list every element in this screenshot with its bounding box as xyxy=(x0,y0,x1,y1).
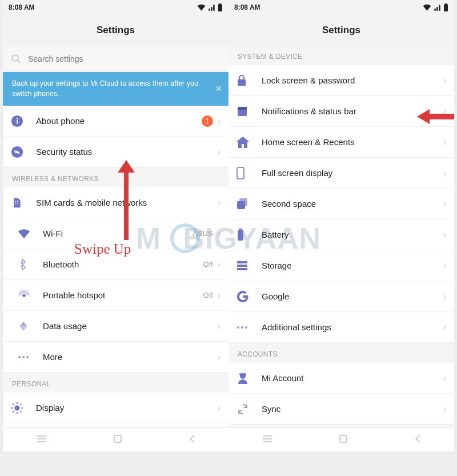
svg-rect-8 xyxy=(15,203,17,204)
mi-account-item[interactable]: Mi Account › xyxy=(228,363,454,394)
nav-bar xyxy=(3,427,228,451)
signal-icon xyxy=(208,4,215,11)
google-item[interactable]: Google › xyxy=(228,281,454,312)
nav-home-icon[interactable] xyxy=(113,434,122,446)
full-screen-item[interactable]: Full screen display › xyxy=(228,158,454,189)
chevron-right-icon: › xyxy=(218,116,221,126)
chevron-right-icon: › xyxy=(218,198,221,208)
more-item[interactable]: More › xyxy=(3,342,228,373)
svg-rect-28 xyxy=(238,79,246,86)
chevron-right-icon: › xyxy=(443,404,446,414)
close-icon[interactable]: × xyxy=(215,82,222,96)
nav-menu-icon[interactable] xyxy=(262,435,273,445)
wifi-icon xyxy=(423,4,431,11)
settings-scroll[interactable]: SYSTEM & DEVICE Lock screen & password ›… xyxy=(228,46,454,451)
additional-settings-item[interactable]: Additional settings › xyxy=(228,312,454,343)
display-item[interactable]: Display › xyxy=(3,393,228,423)
item-label: Notifications & status bar xyxy=(262,106,443,116)
sync-item[interactable]: Sync › xyxy=(228,394,454,425)
lock-screen-item[interactable]: Lock screen & password › xyxy=(228,65,454,96)
chevron-right-icon: › xyxy=(218,290,221,301)
chevron-right-icon: › xyxy=(218,352,221,362)
svg-point-40 xyxy=(241,326,243,329)
battery-icon xyxy=(443,3,448,11)
wifi-icon xyxy=(18,229,43,239)
data-usage-icon xyxy=(18,321,43,332)
wifi-icon xyxy=(197,4,206,11)
more-icon xyxy=(18,355,43,359)
chevron-right-icon: › xyxy=(443,137,446,147)
status-bar: 8:08 AM xyxy=(3,0,228,15)
item-label: Full screen display xyxy=(262,168,443,178)
svg-point-43 xyxy=(239,373,242,375)
google-icon xyxy=(236,290,262,303)
nav-back-icon[interactable] xyxy=(189,434,195,446)
svg-line-22 xyxy=(21,403,22,405)
status-icons xyxy=(423,3,448,11)
chevron-right-icon: › xyxy=(218,229,221,239)
display-icon xyxy=(11,402,36,414)
item-label: Mi Account xyxy=(262,373,443,383)
svg-line-21 xyxy=(13,411,14,412)
item-label: More xyxy=(43,352,218,362)
notification-bar-icon xyxy=(236,106,262,117)
item-label: Portable hotspot xyxy=(43,290,203,300)
svg-rect-38 xyxy=(237,268,247,270)
more-icon xyxy=(236,326,262,329)
svg-rect-30 xyxy=(238,107,247,110)
svg-point-14 xyxy=(14,405,19,410)
svg-rect-48 xyxy=(340,435,347,442)
svg-rect-36 xyxy=(237,261,247,263)
data-usage-item[interactable]: Data usage › xyxy=(3,311,228,342)
notification-badge: 1 xyxy=(202,115,213,127)
item-value: ASUS xyxy=(193,229,213,238)
svg-point-41 xyxy=(245,326,247,329)
wifi-item[interactable]: Wi-Fi ASUS › xyxy=(3,218,228,249)
chevron-right-icon: › xyxy=(443,291,446,302)
svg-rect-33 xyxy=(237,201,245,209)
chevron-right-icon: › xyxy=(443,106,446,117)
battery-icon xyxy=(218,3,223,11)
svg-rect-6 xyxy=(15,201,17,202)
svg-rect-9 xyxy=(17,203,18,204)
cloud-backup-banner[interactable]: Back up your settings to Mi Cloud to acc… xyxy=(3,72,228,106)
search-box[interactable] xyxy=(3,46,228,72)
section-accounts: ACCOUNTS xyxy=(228,343,454,363)
home-icon xyxy=(236,137,262,148)
svg-rect-27 xyxy=(114,435,121,442)
item-label: Additional settings xyxy=(262,322,443,332)
banner-text: Back up your settings to Mi Cloud to acc… xyxy=(12,79,198,98)
nav-back-icon[interactable] xyxy=(414,434,421,446)
chevron-right-icon: › xyxy=(443,168,446,178)
item-label: Battery xyxy=(262,230,443,239)
home-screen-item[interactable]: Home screen & Recents › xyxy=(228,127,454,158)
notifications-item[interactable]: Notifications & status bar › xyxy=(228,96,454,127)
item-label: Sync xyxy=(262,404,443,414)
item-label: Second space xyxy=(262,199,443,209)
settings-scroll[interactable]: Back up your settings to Mi Cloud to acc… xyxy=(3,46,228,451)
storage-item[interactable]: Storage › xyxy=(228,250,454,281)
bluetooth-icon xyxy=(18,258,43,271)
svg-rect-35 xyxy=(239,229,242,230)
item-label: Lock screen & password xyxy=(262,75,443,85)
battery-item[interactable]: Battery › xyxy=(228,219,454,250)
battery-icon xyxy=(236,229,262,241)
about-phone-item[interactable]: About phone 1 › xyxy=(3,106,228,137)
hotspot-item[interactable]: Portable hotspot Off › xyxy=(3,280,228,311)
item-value: Off xyxy=(203,260,213,269)
second-space-item[interactable]: Second space › xyxy=(228,189,454,219)
info-icon xyxy=(11,115,36,127)
svg-point-44 xyxy=(244,373,246,375)
item-label: Wi-Fi xyxy=(43,229,193,238)
sim-icon xyxy=(11,197,36,209)
nav-home-icon[interactable] xyxy=(339,434,348,446)
chevron-right-icon: › xyxy=(218,147,221,157)
search-input[interactable] xyxy=(28,54,221,63)
mi-account-icon xyxy=(236,373,262,384)
signal-icon xyxy=(434,4,441,11)
sim-cards-item[interactable]: SIM cards & mobile networks › xyxy=(3,187,228,218)
security-status-item[interactable]: Security status › xyxy=(3,137,228,167)
page-title: Settings xyxy=(228,15,454,46)
nav-menu-icon[interactable] xyxy=(36,435,47,445)
bluetooth-item[interactable]: Bluetooth Off › xyxy=(3,249,228,280)
